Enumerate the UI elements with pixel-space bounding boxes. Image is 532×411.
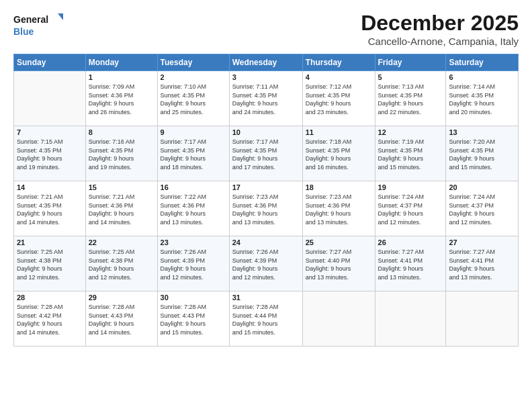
day-info: Sunrise: 7:24 AM Sunset: 4:37 PM Dayligh…: [449, 193, 515, 226]
day-info: Sunrise: 7:11 AM Sunset: 4:35 PM Dayligh…: [232, 83, 300, 116]
calendar-cell: 19Sunrise: 7:24 AM Sunset: 4:37 PM Dayli…: [375, 181, 446, 236]
day-number: 11: [306, 128, 372, 136]
day-info: Sunrise: 7:28 AM Sunset: 4:42 PM Dayligh…: [17, 303, 83, 336]
day-number: 28: [17, 293, 83, 302]
day-info: Sunrise: 7:27 AM Sunset: 4:41 PM Dayligh…: [449, 248, 515, 281]
day-info: Sunrise: 7:20 AM Sunset: 4:35 PM Dayligh…: [449, 138, 515, 171]
day-number: 21: [17, 238, 83, 246]
day-number: 7: [17, 128, 83, 136]
calendar-cell: 2Sunrise: 7:10 AM Sunset: 4:35 PM Daylig…: [157, 71, 229, 126]
logo-svg: General Blue: [13, 11, 67, 40]
calendar-cell: 4Sunrise: 7:12 AM Sunset: 4:35 PM Daylig…: [302, 71, 375, 126]
day-number: 27: [449, 238, 515, 246]
day-number: 14: [17, 183, 83, 191]
calendar-cell: 31Sunrise: 7:28 AM Sunset: 4:44 PM Dayli…: [229, 291, 302, 347]
day-info: Sunrise: 7:25 AM Sunset: 4:38 PM Dayligh…: [89, 248, 154, 281]
weekday-header-wednesday: Wednesday: [229, 54, 302, 71]
svg-text:Blue: Blue: [13, 26, 34, 37]
day-number: 19: [378, 183, 443, 191]
weekday-header-saturday: Saturday: [446, 54, 519, 71]
day-number: 9: [161, 128, 226, 136]
weekday-header-friday: Friday: [375, 54, 446, 71]
page: General Blue December 2025 Cancello-Arno…: [0, 0, 532, 411]
calendar-week-3: 14Sunrise: 7:21 AM Sunset: 4:35 PM Dayli…: [14, 181, 519, 236]
day-number: 29: [89, 293, 154, 302]
day-info: Sunrise: 7:23 AM Sunset: 4:36 PM Dayligh…: [306, 193, 372, 226]
weekday-header-tuesday: Tuesday: [157, 54, 229, 71]
calendar-cell: 27Sunrise: 7:27 AM Sunset: 4:41 PM Dayli…: [446, 236, 519, 291]
day-info: Sunrise: 7:21 AM Sunset: 4:36 PM Dayligh…: [89, 193, 154, 226]
calendar-cell: 3Sunrise: 7:11 AM Sunset: 4:35 PM Daylig…: [229, 71, 302, 126]
day-info: Sunrise: 7:10 AM Sunset: 4:35 PM Dayligh…: [161, 83, 226, 116]
calendar-cell: 24Sunrise: 7:26 AM Sunset: 4:39 PM Dayli…: [229, 236, 302, 291]
day-info: Sunrise: 7:14 AM Sunset: 4:35 PM Dayligh…: [449, 83, 515, 116]
calendar-cell: 10Sunrise: 7:17 AM Sunset: 4:35 PM Dayli…: [229, 126, 302, 181]
day-info: Sunrise: 7:23 AM Sunset: 4:36 PM Dayligh…: [232, 193, 300, 226]
calendar-cell: 11Sunrise: 7:18 AM Sunset: 4:35 PM Dayli…: [302, 126, 375, 181]
calendar-cell: 15Sunrise: 7:21 AM Sunset: 4:36 PM Dayli…: [85, 181, 157, 236]
calendar-week-2: 7Sunrise: 7:15 AM Sunset: 4:35 PM Daylig…: [14, 126, 519, 181]
calendar-cell: [446, 291, 519, 347]
calendar-cell: 12Sunrise: 7:19 AM Sunset: 4:35 PM Dayli…: [375, 126, 446, 181]
weekday-header-thursday: Thursday: [302, 54, 375, 71]
calendar-cell: 22Sunrise: 7:25 AM Sunset: 4:38 PM Dayli…: [85, 236, 157, 291]
day-number: 13: [449, 128, 515, 136]
svg-text:General: General: [13, 14, 48, 25]
day-number: 3: [232, 73, 300, 81]
day-number: 4: [306, 73, 372, 81]
day-info: Sunrise: 7:26 AM Sunset: 4:39 PM Dayligh…: [161, 248, 226, 281]
day-info: Sunrise: 7:27 AM Sunset: 4:41 PM Dayligh…: [378, 248, 443, 281]
calendar-cell: 17Sunrise: 7:23 AM Sunset: 4:36 PM Dayli…: [229, 181, 302, 236]
calendar-cell: 29Sunrise: 7:28 AM Sunset: 4:43 PM Dayli…: [85, 291, 157, 347]
location-title: Cancello-Arnone, Campania, Italy: [361, 36, 519, 47]
calendar-cell: 26Sunrise: 7:27 AM Sunset: 4:41 PM Dayli…: [375, 236, 446, 291]
calendar-cell: 8Sunrise: 7:16 AM Sunset: 4:35 PM Daylig…: [85, 126, 157, 181]
calendar-cell: 20Sunrise: 7:24 AM Sunset: 4:37 PM Dayli…: [446, 181, 519, 236]
calendar-cell: 5Sunrise: 7:13 AM Sunset: 4:35 PM Daylig…: [375, 71, 446, 126]
calendar-cell: 25Sunrise: 7:27 AM Sunset: 4:40 PM Dayli…: [302, 236, 375, 291]
day-info: Sunrise: 7:24 AM Sunset: 4:37 PM Dayligh…: [378, 193, 443, 226]
day-number: 12: [378, 128, 443, 136]
calendar-cell: 14Sunrise: 7:21 AM Sunset: 4:35 PM Dayli…: [14, 181, 86, 236]
calendar-cell: [302, 291, 375, 347]
day-number: 17: [232, 183, 300, 191]
day-info: Sunrise: 7:19 AM Sunset: 4:35 PM Dayligh…: [378, 138, 443, 171]
day-number: 5: [378, 73, 443, 81]
day-number: 6: [449, 73, 515, 81]
day-number: 24: [232, 238, 300, 246]
logo: General Blue: [13, 11, 67, 40]
day-number: 31: [232, 293, 300, 302]
calendar-cell: 21Sunrise: 7:25 AM Sunset: 4:38 PM Dayli…: [14, 236, 86, 291]
day-number: 15: [89, 183, 154, 191]
day-number: 23: [161, 238, 226, 246]
day-info: Sunrise: 7:28 AM Sunset: 4:43 PM Dayligh…: [161, 303, 226, 336]
calendar-cell: 9Sunrise: 7:17 AM Sunset: 4:35 PM Daylig…: [157, 126, 229, 181]
day-number: 1: [89, 73, 154, 81]
calendar-week-1: 1Sunrise: 7:09 AM Sunset: 4:36 PM Daylig…: [14, 71, 519, 126]
day-info: Sunrise: 7:25 AM Sunset: 4:38 PM Dayligh…: [17, 248, 83, 281]
title-block: December 2025 Cancello-Arnone, Campania,…: [361, 11, 519, 47]
svg-marker-1: [58, 13, 63, 20]
day-info: Sunrise: 7:16 AM Sunset: 4:35 PM Dayligh…: [89, 138, 154, 171]
day-info: Sunrise: 7:28 AM Sunset: 4:44 PM Dayligh…: [232, 303, 300, 336]
day-info: Sunrise: 7:21 AM Sunset: 4:35 PM Dayligh…: [17, 193, 83, 226]
day-info: Sunrise: 7:27 AM Sunset: 4:40 PM Dayligh…: [306, 248, 372, 281]
day-number: 26: [378, 238, 443, 246]
day-number: 18: [306, 183, 372, 191]
calendar-cell: 30Sunrise: 7:28 AM Sunset: 4:43 PM Dayli…: [157, 291, 229, 347]
month-title: December 2025: [361, 11, 519, 36]
day-info: Sunrise: 7:15 AM Sunset: 4:35 PM Dayligh…: [17, 138, 83, 171]
day-info: Sunrise: 7:13 AM Sunset: 4:35 PM Dayligh…: [378, 83, 443, 116]
calendar-cell: 28Sunrise: 7:28 AM Sunset: 4:42 PM Dayli…: [14, 291, 86, 347]
weekday-header-row: SundayMondayTuesdayWednesdayThursdayFrid…: [14, 54, 519, 71]
calendar-cell: 18Sunrise: 7:23 AM Sunset: 4:36 PM Dayli…: [302, 181, 375, 236]
day-info: Sunrise: 7:17 AM Sunset: 4:35 PM Dayligh…: [161, 138, 226, 171]
weekday-header-sunday: Sunday: [14, 54, 86, 71]
day-number: 25: [306, 238, 372, 246]
calendar-cell: 13Sunrise: 7:20 AM Sunset: 4:35 PM Dayli…: [446, 126, 519, 181]
day-info: Sunrise: 7:26 AM Sunset: 4:39 PM Dayligh…: [232, 248, 300, 281]
weekday-header-monday: Monday: [85, 54, 157, 71]
calendar-cell: 23Sunrise: 7:26 AM Sunset: 4:39 PM Dayli…: [157, 236, 229, 291]
day-info: Sunrise: 7:17 AM Sunset: 4:35 PM Dayligh…: [232, 138, 300, 171]
calendar-week-4: 21Sunrise: 7:25 AM Sunset: 4:38 PM Dayli…: [14, 236, 519, 291]
